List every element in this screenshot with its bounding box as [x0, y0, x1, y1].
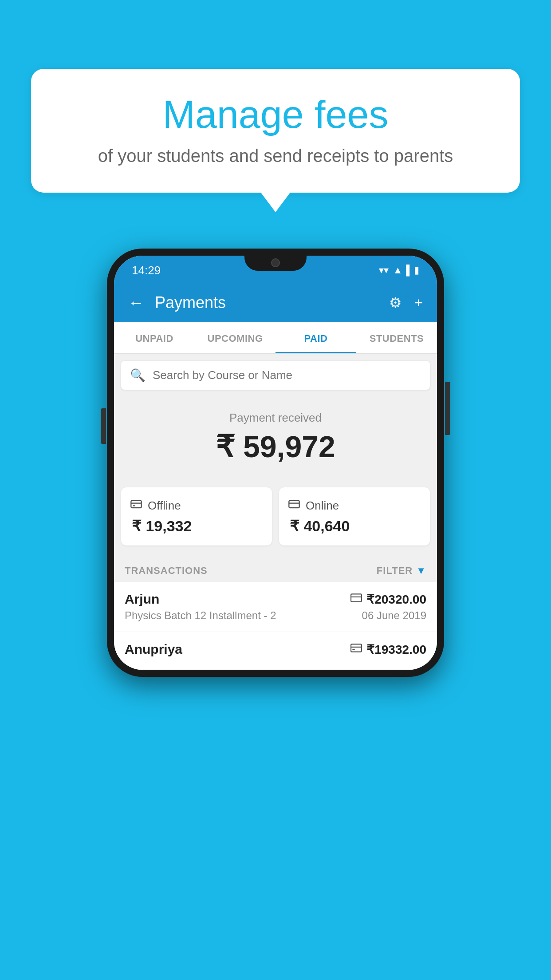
speech-bubble: Manage fees of your students and send re…: [31, 69, 520, 193]
add-icon[interactable]: +: [414, 295, 423, 311]
tab-upcoming[interactable]: UPCOMING: [195, 322, 276, 353]
offline-icon: [130, 498, 142, 514]
transaction-amount-wrap: ₹20320.00: [350, 592, 426, 607]
transaction-amount: ₹20320.00: [366, 592, 426, 607]
transaction-date: 06 June 2019: [362, 609, 426, 622]
phone-notch: [244, 249, 307, 271]
table-row[interactable]: Anupriya ₹19332.00: [114, 632, 437, 670]
search-input[interactable]: [153, 368, 421, 382]
table-row[interactable]: Arjun ₹20320.00: [114, 582, 437, 632]
transaction-name: Arjun: [125, 592, 159, 607]
online-icon: [288, 498, 300, 514]
transactions-header: TRANSACTIONS FILTER ▼: [114, 558, 437, 582]
transaction-course: Physics Batch 12 Installment - 2: [125, 609, 276, 622]
tab-students[interactable]: STUDENTS: [356, 322, 437, 353]
filter-icon: ▼: [416, 565, 426, 577]
offline-payment-icon: [350, 644, 362, 655]
svg-rect-7: [351, 644, 362, 652]
svg-rect-0: [131, 501, 141, 508]
transaction-amount-wrap: ₹19332.00: [350, 642, 426, 657]
transaction-amount: ₹19332.00: [366, 642, 426, 657]
settings-icon[interactable]: ⚙: [389, 294, 402, 311]
filter-label: FILTER: [377, 565, 413, 577]
wifi-icon: ▾▾: [379, 265, 389, 276]
transactions-label: TRANSACTIONS: [125, 565, 208, 577]
offline-card: Offline ₹ 19,332: [121, 487, 272, 545]
page-title: Payments: [155, 293, 389, 312]
status-time: 14:29: [132, 264, 161, 277]
tab-paid[interactable]: PAID: [276, 322, 356, 353]
payment-total-amount: ₹ 59,972: [123, 429, 428, 464]
payment-cards: Offline ₹ 19,332 Online: [114, 487, 437, 558]
offline-label: Offline: [148, 499, 181, 513]
bubble-title: Manage fees: [58, 93, 493, 136]
payment-received-label: Payment received: [123, 411, 428, 425]
online-label: Online: [306, 499, 339, 513]
filter-button[interactable]: FILTER ▼: [377, 565, 426, 577]
search-icon: 🔍: [130, 368, 146, 383]
notch-camera: [271, 258, 280, 267]
status-icons: ▾▾ ▲▐ ▮: [379, 265, 419, 276]
transaction-name: Anupriya: [125, 642, 182, 657]
app-header: ← Payments ⚙ +: [114, 283, 437, 322]
svg-rect-5: [351, 594, 362, 601]
tabs-bar: UNPAID UPCOMING PAID STUDENTS: [114, 322, 437, 354]
payment-summary: Payment received ₹ 59,972: [114, 397, 437, 487]
search-container: 🔍: [121, 361, 430, 390]
phone-screen: 14:29 ▾▾ ▲▐ ▮ ← Payments ⚙ +: [114, 256, 437, 670]
signal-icon: ▲▐: [393, 265, 409, 276]
bubble-subtitle: of your students and send receipts to pa…: [58, 146, 493, 166]
svg-rect-3: [289, 501, 299, 508]
offline-amount: ₹ 19,332: [130, 517, 192, 535]
tab-unpaid[interactable]: UNPAID: [114, 322, 195, 353]
back-button[interactable]: ←: [128, 293, 144, 312]
transactions-list: Arjun ₹20320.00: [114, 582, 437, 670]
header-actions: ⚙ +: [389, 294, 423, 311]
battery-icon: ▮: [414, 265, 419, 276]
online-card: Online ₹ 40,640: [279, 487, 430, 545]
online-payment-icon: [350, 593, 362, 605]
online-amount: ₹ 40,640: [288, 517, 350, 535]
phone-mockup: 14:29 ▾▾ ▲▐ ▮ ← Payments ⚙ +: [107, 249, 444, 677]
